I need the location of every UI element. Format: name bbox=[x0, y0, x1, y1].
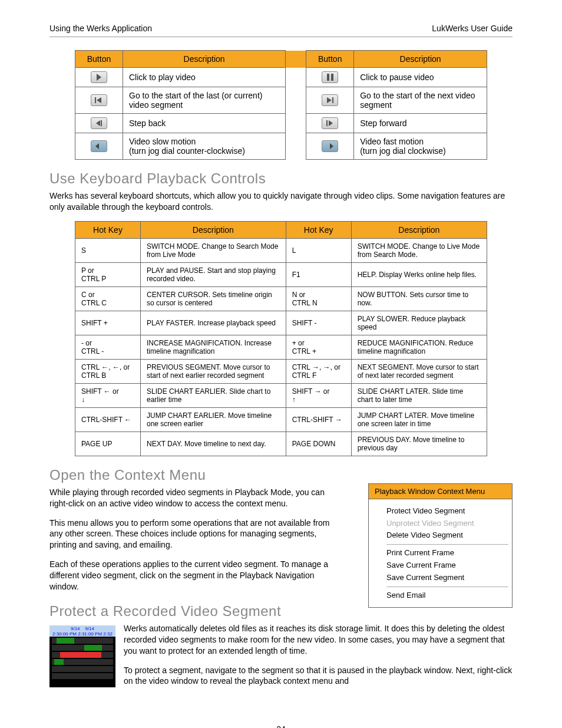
hotkey-desc: NOW BUTTON. Sets cursor time to now. bbox=[351, 286, 487, 311]
heading-context-menu: Open the Context Menu bbox=[49, 467, 513, 483]
desc: Step forward bbox=[354, 114, 487, 133]
col-description: Description bbox=[354, 51, 487, 68]
timeline-thumbnail: 9/14 9/14 2:30:00 PM 2:31:00 PM 2:32 bbox=[49, 625, 115, 687]
hotkey-desc: SLIDE CHART EARLIER. Slide chart to earl… bbox=[141, 383, 286, 407]
hotkey: - or CTRL - bbox=[75, 335, 141, 359]
table-row: Step back Step forward bbox=[75, 114, 487, 133]
desc: Video slow motion (turn jog dial counter… bbox=[123, 133, 286, 160]
col-description: Description bbox=[123, 51, 286, 68]
hotkey: + or CTRL + bbox=[286, 335, 351, 359]
table-row: PAGE UPNEXT DAY. Move timeline to next d… bbox=[75, 431, 487, 456]
jog-right-icon bbox=[322, 140, 338, 152]
buttons-table: Button Description Button Description Cl… bbox=[75, 50, 487, 160]
prev-segment-icon bbox=[91, 94, 107, 106]
body-text: To protect a segment, navigate to the se… bbox=[49, 665, 513, 687]
table-row: SHIFT ← or ↓SLIDE CHART EARLIER. Slide c… bbox=[75, 383, 487, 407]
hotkey-desc: HELP. Display Werks online help files. bbox=[351, 262, 487, 286]
svg-rect-9 bbox=[326, 120, 328, 126]
svg-marker-10 bbox=[329, 120, 333, 126]
play-icon bbox=[91, 71, 107, 83]
heading-keyboard-controls: Use Keyboard Playback Controls bbox=[49, 170, 513, 187]
hotkey-desc: JUMP CHART EARLIER. Move timeline one sc… bbox=[141, 407, 286, 431]
hotkey: CTRL ←, ←, or CTRL B bbox=[75, 359, 141, 383]
table-row: - or CTRL -INCREASE MAGNIFICATION. Incre… bbox=[75, 335, 487, 359]
header-right: LukWerks User Guide bbox=[432, 24, 513, 33]
col-hotkey: Hot Key bbox=[75, 221, 141, 238]
svg-marker-5 bbox=[327, 97, 332, 103]
body-text: While playing through recorded video seg… bbox=[49, 487, 332, 509]
svg-marker-7 bbox=[96, 120, 100, 126]
hotkey-desc: SWITCH MODE. Change to Search Mode from … bbox=[141, 238, 286, 262]
page-number: 24 bbox=[49, 724, 513, 728]
context-menu-item[interactable]: Save Current Segment bbox=[386, 572, 508, 584]
hotkey: PAGE DOWN bbox=[286, 431, 351, 456]
col-description: Description bbox=[141, 221, 286, 238]
desc: Go to the start of the next video segmen… bbox=[354, 87, 487, 114]
hotkeys-table: Hot Key Description Hot Key Description … bbox=[75, 221, 487, 456]
hotkey-desc: CENTER CURSOR. Sets timeline origin so c… bbox=[141, 286, 286, 311]
desc: Click to pause video bbox=[354, 68, 487, 87]
body-text: This menu allows you to perform some ope… bbox=[49, 518, 332, 551]
page-header: Using the Werks Application LukWerks Use… bbox=[49, 24, 513, 37]
col-hotkey: Hot Key bbox=[286, 221, 351, 238]
hotkey: L bbox=[286, 238, 351, 262]
desc: Go to the start of the last (or current)… bbox=[123, 87, 286, 114]
table-row: Click to play video Click to pause video bbox=[75, 68, 487, 87]
hotkey-desc: SLIDE CHART LATER. Slide time chart to l… bbox=[351, 383, 487, 407]
next-segment-icon bbox=[322, 94, 338, 106]
hotkey: S bbox=[75, 238, 141, 262]
body-text: Werks automatically deletes old files as… bbox=[49, 623, 513, 657]
context-menu-item[interactable]: Print Current Frame bbox=[386, 547, 508, 559]
hotkey-desc: PLAY and PAUSE. Start and stop playing r… bbox=[141, 262, 286, 286]
hotkey-desc: INCREASE MAGNIFICATION. Increase timelin… bbox=[141, 335, 286, 359]
desc: Video fast motion (turn jog dial clockwi… bbox=[354, 133, 487, 160]
pause-icon bbox=[322, 71, 338, 83]
table-row: SSWITCH MODE. Change to Search Mode from… bbox=[75, 238, 487, 262]
hotkey-desc: REDUCE MAGNIFICATION. Reduce timeline ma… bbox=[351, 335, 487, 359]
table-row: SHIFT +PLAY FASTER. Increase playback sp… bbox=[75, 311, 487, 335]
hotkey-desc: PLAY FASTER. Increase playback speed bbox=[141, 311, 286, 335]
hotkey: SHIFT + bbox=[75, 311, 141, 335]
hotkey: SHIFT - bbox=[286, 311, 351, 335]
hotkey: N or CTRL N bbox=[286, 286, 351, 311]
hotkey-desc: PREVIOUS DAY. Move timeline to previous … bbox=[351, 431, 487, 456]
svg-rect-2 bbox=[331, 74, 333, 81]
hotkey-desc: SWITCH MODE. Change to Live Mode from Se… bbox=[351, 238, 487, 262]
col-button: Button bbox=[75, 51, 123, 68]
body-text: Werks has several keyboard shortcuts, wh… bbox=[49, 190, 513, 213]
jog-left-icon bbox=[91, 140, 107, 152]
hotkey: SHIFT → or ↑ bbox=[286, 383, 351, 407]
context-menu-item[interactable]: Unprotect Video Segment bbox=[386, 518, 508, 530]
hotkey: C or CTRL C bbox=[75, 286, 141, 311]
body-text: Each of these operations applies to the … bbox=[49, 559, 332, 592]
hotkey-desc: NEXT SEGMENT. Move cursor to start of ne… bbox=[351, 359, 487, 383]
col-description: Description bbox=[351, 221, 487, 238]
hotkey: F1 bbox=[286, 262, 351, 286]
hotkey: CTRL →, →, or CTRL F bbox=[286, 359, 351, 383]
desc: Click to play video bbox=[123, 68, 286, 87]
table-row: P or CTRL PPLAY and PAUSE. Start and sto… bbox=[75, 262, 487, 286]
table-row: CTRL-SHIFT ←JUMP CHART EARLIER. Move tim… bbox=[75, 407, 487, 431]
svg-rect-1 bbox=[327, 74, 329, 81]
col-button: Button bbox=[306, 51, 354, 68]
svg-marker-11 bbox=[95, 143, 99, 149]
table-row: Video slow motion (turn jog dial counter… bbox=[75, 133, 487, 160]
step-back-icon bbox=[91, 117, 107, 129]
hotkey-desc: JUMP CHART LATER. Move timeline one scre… bbox=[351, 407, 487, 431]
step-forward-icon bbox=[322, 117, 338, 129]
hotkey-desc: PREVIOUS SEGMENT. Move cursor to start o… bbox=[141, 359, 286, 383]
context-menu-item[interactable]: Delete Video Segment bbox=[386, 529, 508, 542]
svg-rect-8 bbox=[101, 120, 102, 126]
hotkey-desc: NEXT DAY. Move timeline to next day. bbox=[141, 431, 286, 456]
table-row: C or CTRL CCENTER CURSOR. Sets timeline … bbox=[75, 286, 487, 311]
header-left: Using the Werks Application bbox=[49, 24, 152, 33]
hotkey: CTRL-SHIFT ← bbox=[75, 407, 141, 431]
svg-marker-12 bbox=[330, 143, 333, 149]
table-row: CTRL ←, ←, or CTRL BPREVIOUS SEGMENT. Mo… bbox=[75, 359, 487, 383]
context-menu-item[interactable]: Save Current Frame bbox=[386, 559, 508, 572]
hotkey: PAGE UP bbox=[75, 431, 141, 456]
context-menu-item[interactable]: Protect Video Segment bbox=[386, 505, 508, 518]
svg-marker-4 bbox=[97, 97, 101, 103]
hotkey-desc: PLAY SLOWER. Reduce playback speed bbox=[351, 311, 487, 335]
context-menu-item[interactable]: Send Email bbox=[386, 589, 508, 602]
